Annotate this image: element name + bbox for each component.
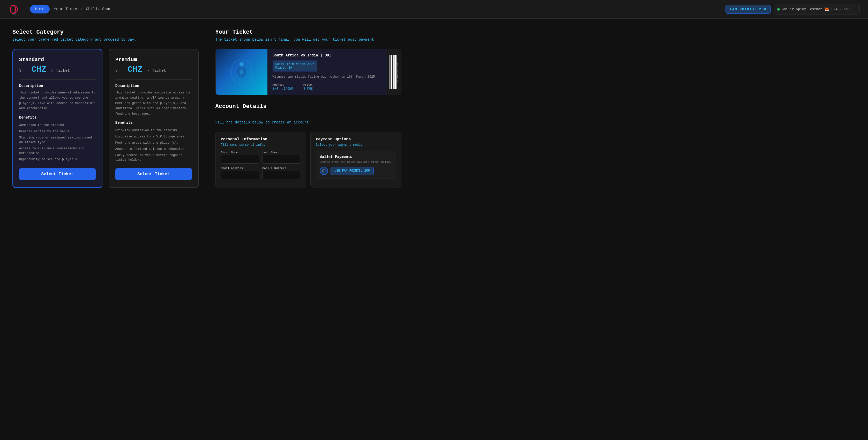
account-details-section: Account Details Fill the details below t… [215,103,402,188]
svg-rect-15 [393,55,394,89]
account-cols: Personal Information Fill some personal … [215,132,402,188]
wallet-payment-title: Wallet Payments [320,155,392,159]
logo-area: <labs> [8,3,22,16]
list-item: Early access to venue before regular tic… [115,152,192,163]
ticket-address-label: Address [273,83,293,86]
list-item: Opportunity to see the player(s). [19,156,96,163]
personal-info-title: Personal Information [221,137,301,142]
wallet-address-label: 0x4...6b0 [832,7,850,11]
wallet-network-label: Chiliz Spicy Testnet [782,7,822,11]
ticket-price-value: 3 CHZ [303,87,313,91]
ticket-barcode: 4416279368D13664 [387,49,401,95]
left-panel: Select Category Select your preferred ti… [12,29,207,188]
your-ticket-subtitle: The ticket shown below isn't final, you … [215,37,402,42]
ticket-witness-text: Witness two rivals facing each other on … [273,75,382,79]
ticket-info: South Africa vs India | ODI Date: 16th M… [268,49,387,95]
premium-desc-text: This ticket provides exclusive access to… [115,90,192,116]
list-item: Priority admission to the stadium [115,127,192,134]
nav-tickets-link[interactable]: Your Tickets [54,7,82,11]
name-row: First Name: Last Name: [221,151,301,164]
ticket-address-group: Address 0x4...146b0 [273,83,293,91]
wallet-menu-icon[interactable]: ⋮ [852,6,856,12]
email-group: Email Address: [221,167,259,179]
ticket-event-name: South Africa vs India | ODI [273,53,382,57]
first-name-label: First Name: [221,151,259,154]
ticket-date: Date: 16th March 2025 [275,62,314,66]
payment-title: Payment Options [316,137,396,142]
svg-rect-14 [393,55,393,89]
svg-rect-11 [390,55,390,89]
mobile-label: Mobile Number: [262,167,301,170]
svg-point-10 [240,69,244,75]
last-name-input[interactable] [262,155,301,164]
standard-desc-title: Description [19,84,96,88]
wallet-status-dot [777,8,780,10]
payment-subtitle: Select your payment mode. [316,143,396,147]
ticket-meta: Address 0x4...146b0 Price 3 CHZ [273,83,382,91]
ticket-address-value: 0x4...146b0 [273,87,293,91]
first-name-group: First Name: [221,151,259,164]
email-input[interactable] [221,171,259,179]
standard-card-price: 3 CHZ / Ticket [19,65,96,74]
nav-right: FAN POINTS: 200 Chiliz Spicy Testnet 🦊 0… [725,4,860,14]
standard-ticket-card: Standard 3 CHZ / Ticket Description This… [12,49,102,188]
ticket-cards: Standard 3 CHZ / Ticket Description This… [12,49,199,188]
contact-row: Email Address: Mobile Number: [221,167,301,179]
list-item: Admission to the stadium [19,122,96,128]
mobile-group: Mobile Number: [262,167,301,179]
svg-point-8 [240,62,244,66]
list-item: Standing room or assigned seating based … [19,135,96,145]
account-divider [215,114,402,114]
ticket-place: Place: SA [275,66,314,69]
ticket-image [216,49,268,95]
wallet-badge: Chiliz Spicy Testnet 🦊 0x4...6b0 ⋮ [774,4,860,14]
ticket-preview: South Africa vs India | ODI Date: 16th M… [215,49,402,95]
ticket-price-label: Price [303,83,313,86]
select-standard-ticket-button[interactable]: Select Ticket [19,168,96,180]
account-details-subtitle: Fill the details below to create an acco… [215,120,402,124]
svg-rect-12 [391,55,391,89]
ticket-price-group: Price 3 CHZ [303,83,313,91]
standard-benefits-list: Admission to the stadium General access … [19,122,96,163]
personal-info-subtitle: Fill some personal info. [221,143,301,147]
premium-desc-title: Description [115,84,192,88]
nav-home-button[interactable]: Home [30,5,50,13]
wallet-payment-box: Wallet Payments Choose from the given wa… [316,151,396,179]
fan-points-icon: ⬡ [320,167,328,175]
barcode-text: 4416279368D13664 [397,63,399,82]
select-category-subtitle: Select your preferred ticket category an… [12,37,199,42]
standard-benefits-title: Benefits [19,115,96,120]
email-label: Email Address: [221,167,259,170]
premium-card-price: 6 CHZ / Ticket [115,65,192,74]
navbar: <labs> Home Your Tickets Chiliz Scan FAN… [0,0,868,19]
nav-links: Home Your Tickets Chiliz Scan [30,5,725,13]
list-item: Access to limited edition merchandise [115,146,192,152]
select-premium-ticket-button[interactable]: Select Ticket [115,168,192,180]
premium-benefits-list: Priority admission to the stadium Exclus… [115,127,192,163]
first-name-input[interactable] [221,155,259,164]
personal-info-box: Personal Information Fill some personal … [215,132,307,188]
ticket-date-box: Date: 16th March 2025 Place: SA [273,61,317,71]
mobile-input[interactable] [262,171,301,179]
svg-rect-17 [395,55,396,89]
svg-point-0 [10,5,16,13]
right-panel: Your Ticket The ticket shown below isn't… [207,29,402,188]
nav-scan-link[interactable]: Chiliz Scan [86,7,112,11]
svg-rect-13 [391,55,392,89]
barcode-svg [390,55,397,89]
standard-desc-text: This ticket provides general admission t… [19,90,96,111]
fan-points-badge: FAN POINTS: 200 [725,5,771,14]
main-container: Select Category Select your preferred ti… [0,19,414,198]
list-item: Access to available concessions and merc… [19,145,96,156]
list-item: Meet and greet with the player(s). [115,140,192,146]
last-name-group: Last Name: [262,151,301,164]
ticket-artwork [226,56,257,87]
your-ticket-title: Your Ticket [215,29,402,35]
use-fan-points-button[interactable]: USE FAN POINTS: 200 [331,167,374,175]
list-item: Exclusive access to a VIP lounge area [115,134,192,140]
list-item: General access to the venue [19,128,96,135]
wallet-payment-desc: Choose from the given wallets given belo… [320,160,392,164]
premium-card-title: Premium [115,57,192,63]
wallet-emoji-icon: 🦊 [824,7,830,12]
fan-points-btn-row: ⬡ USE FAN POINTS: 200 [320,167,392,175]
